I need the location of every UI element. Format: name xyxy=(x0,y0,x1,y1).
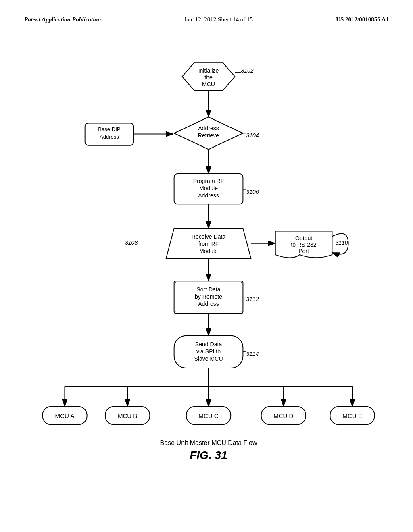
page: Patent Application Publication Jan. 12, … xyxy=(0,0,413,532)
ref-3108: 3108 xyxy=(125,239,138,246)
header-publication: Patent Application Publication xyxy=(24,16,101,23)
flowchart-svg: Initialize the MCU 3102 Address Retrieve… xyxy=(24,47,389,490)
send-label1: Send Data xyxy=(195,341,222,347)
base-dip-label1: Base DIP xyxy=(98,126,120,132)
base-dip-label2: Address xyxy=(100,134,119,140)
header-date-sheet: Jan. 12, 2012 Sheet 14 of 15 xyxy=(184,16,253,23)
caption-title: Base Unit Master MCU Data Flow xyxy=(160,439,257,446)
prog-rf-label2: Module xyxy=(199,185,218,191)
ref-3106: 3106 xyxy=(246,189,259,195)
send-label3: Slave MCU xyxy=(194,355,223,362)
prog-rf-label3: Address xyxy=(198,192,219,199)
sort-label2: by Remote xyxy=(195,293,222,300)
mcu-b-label: MCU B xyxy=(118,412,137,419)
receive-label2: from RF xyxy=(198,241,219,247)
mcu-a-label: MCU A xyxy=(55,412,75,419)
ref-3112: 3112 xyxy=(246,296,259,302)
caption-fig: FIG. 31 xyxy=(190,449,227,461)
initialize-label3: MCU xyxy=(202,81,215,87)
output-label1: Output xyxy=(295,235,312,241)
initialize-label: Initialize xyxy=(198,67,219,74)
mcu-e-label: MCU E xyxy=(342,412,362,419)
header-patent-number: US 2012/0010856 A1 xyxy=(336,16,389,23)
initialize-label2: the xyxy=(204,74,213,81)
send-label2: via SPI to xyxy=(196,348,221,355)
ref-3104: 3104 xyxy=(246,132,259,139)
mcu-d-label: MCU D xyxy=(273,412,293,419)
mcu-c-label: MCU C xyxy=(198,412,218,419)
ref-3114: 3114 xyxy=(246,351,259,357)
ref-3102: 3102 xyxy=(241,67,253,74)
prog-rf-label1: Program RF xyxy=(193,178,224,184)
sort-label3: Address xyxy=(198,301,219,307)
receive-label1: Receive Data xyxy=(192,233,226,240)
ref-3110: 3110 xyxy=(335,239,348,246)
sort-label1: Sort Data xyxy=(196,286,221,293)
addr-retrieve-label2: Retrieve xyxy=(198,132,219,139)
output-label3: Port xyxy=(298,248,309,254)
receive-label3: Module xyxy=(199,248,218,254)
diagram-area: Initialize the MCU 3102 Address Retrieve… xyxy=(24,47,389,490)
addr-retrieve-label1: Address xyxy=(198,125,219,131)
page-header: Patent Application Publication Jan. 12, … xyxy=(24,16,389,23)
output-label2: to RS-232 xyxy=(291,241,316,248)
